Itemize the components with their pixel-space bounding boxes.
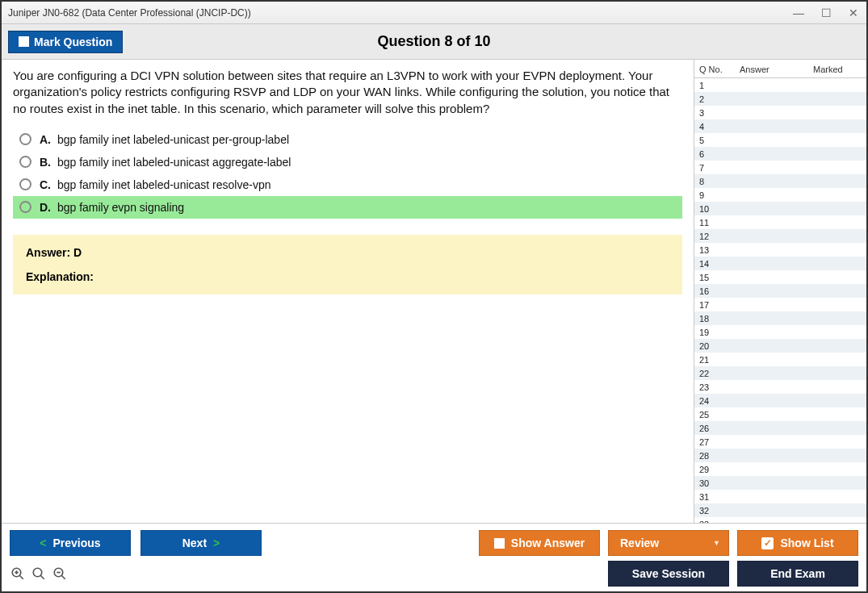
question-row[interactable]: 24 [694,394,866,407]
save-session-button[interactable]: Save Session [608,561,729,587]
question-row[interactable]: 29 [694,462,866,476]
question-row[interactable]: 32 [694,503,866,517]
question-list-sidebar: Q No. Answer Marked 12345678910111213141… [694,60,866,523]
answer-box: Answer: D Explanation: [13,235,682,294]
question-row[interactable]: 25 [694,407,866,421]
question-row[interactable]: 20 [694,339,866,353]
question-row[interactable]: 4 [694,119,866,133]
question-row[interactable]: 6 [694,147,866,161]
row-number: 5 [699,136,719,145]
question-row[interactable]: 11 [694,215,866,229]
row-number: 23 [699,382,719,392]
review-dropdown[interactable]: Review ▼ [608,530,729,556]
question-row[interactable]: 3 [694,106,866,119]
svg-line-7 [61,575,65,579]
sidebar-header: Q No. Answer Marked [694,60,866,78]
question-row[interactable]: 10 [694,202,866,215]
question-text: You are configuring a DCI VPN solution b… [13,68,682,117]
titlebar: Juniper JN0-682 (Data Center Professiona… [2,2,866,24]
maximize-button[interactable]: ☐ [820,6,832,19]
question-row[interactable]: 28 [694,449,866,462]
question-row[interactable]: 21 [694,353,866,366]
checkbox-icon [19,36,29,47]
question-row[interactable]: 31 [694,490,866,503]
question-row[interactable]: 15 [694,270,866,284]
explanation-label: Explanation: [26,270,669,283]
show-list-button[interactable]: ✓ Show List [737,530,858,556]
question-row[interactable]: 17 [694,298,866,311]
option-D[interactable]: D. bgp family evpn signaling [13,196,682,219]
zoom-out-icon[interactable] [52,566,68,582]
row-number: 19 [699,328,719,337]
window-title: Juniper JN0-682 (Data Center Professiona… [8,7,792,19]
question-row[interactable]: 19 [694,325,866,339]
mark-question-label: Mark Question [34,35,112,48]
option-text: C. bgp family inet labeled-unicast resol… [40,178,270,191]
end-exam-button[interactable]: End Exam [737,561,858,587]
question-row[interactable]: 27 [694,435,866,449]
header-answer: Answer [732,65,813,74]
answer-label: Answer: D [26,246,669,259]
option-B[interactable]: B. bgp family inet labeled-unicast aggre… [13,151,682,173]
toolbar: Mark Question Question 8 of 10 [2,24,866,60]
question-row[interactable]: 22 [694,366,866,380]
row-number: 29 [699,465,719,474]
svg-line-1 [19,575,23,579]
row-number: 28 [699,451,719,461]
row-number: 18 [699,314,719,324]
question-row[interactable]: 16 [694,284,866,298]
options-list: A. bgp family inet labeled-unicast per-g… [13,128,682,219]
option-C[interactable]: C. bgp family inet labeled-unicast resol… [13,173,682,196]
zoom-reset-icon[interactable] [31,566,47,582]
next-button[interactable]: Next > [140,530,262,556]
save-session-label: Save Session [632,567,705,580]
question-row[interactable]: 9 [694,188,866,202]
question-row[interactable]: 30 [694,476,866,490]
row-number: 30 [699,478,719,488]
row-number: 24 [699,396,719,406]
question-row[interactable]: 14 [694,257,866,270]
row-number: 14 [699,259,719,269]
option-text: A. bgp family inet labeled-unicast per-g… [40,133,289,146]
question-row[interactable]: 26 [694,421,866,435]
row-number: 17 [699,300,719,310]
previous-button[interactable]: < Previous [10,530,131,556]
previous-label: Previous [53,537,101,549]
question-row[interactable]: 7 [694,161,866,174]
row-number: 32 [699,506,719,516]
option-text: B. bgp family inet labeled-unicast aggre… [40,156,291,169]
row-number: 6 [699,149,719,159]
question-row[interactable]: 23 [694,380,866,394]
row-number: 7 [699,163,719,173]
question-row[interactable]: 13 [694,243,866,257]
radio-icon [19,201,31,213]
option-A[interactable]: A. bgp family inet labeled-unicast per-g… [13,128,682,151]
mark-question-button[interactable]: Mark Question [8,31,123,53]
sidebar-list[interactable]: 1234567891011121314151617181920212223242… [694,78,866,523]
chevron-down-icon: ▼ [713,539,720,547]
question-row[interactable]: 8 [694,174,866,188]
question-row[interactable]: 18 [694,311,866,325]
question-row[interactable]: 2 [694,92,866,106]
review-label: Review [620,537,659,549]
row-number: 2 [699,94,719,104]
row-number: 4 [699,122,719,132]
question-row[interactable]: 1 [694,78,866,92]
row-number: 3 [699,108,719,118]
row-number: 10 [699,204,719,214]
question-row[interactable]: 33 [694,517,866,523]
row-number: 26 [699,424,719,433]
close-button[interactable]: ✕ [847,6,860,19]
option-text: D. bgp family evpn signaling [40,201,184,214]
question-row[interactable]: 12 [694,229,866,243]
minimize-button[interactable]: — [792,6,805,19]
question-row[interactable]: 5 [694,133,866,147]
zoom-in-icon[interactable] [10,566,26,582]
row-number: 12 [699,232,719,241]
show-answer-button[interactable]: Show Answer [479,530,600,556]
row-number: 11 [699,218,719,228]
svg-point-4 [33,568,42,577]
show-answer-label: Show Answer [511,537,585,549]
row-number: 16 [699,286,719,296]
row-number: 21 [699,355,719,365]
